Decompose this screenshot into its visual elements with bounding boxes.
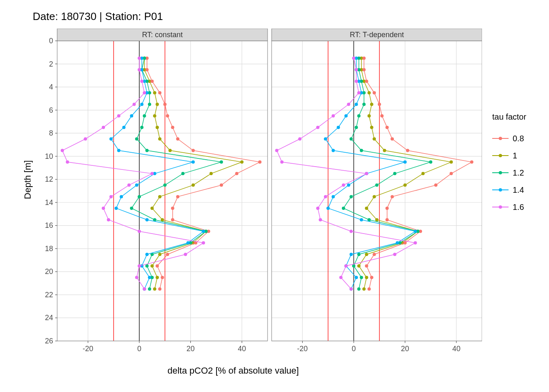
svg-point-125 xyxy=(135,276,138,279)
svg-point-49 xyxy=(171,126,174,129)
svg-point-61 xyxy=(156,264,159,267)
svg-point-179 xyxy=(357,264,361,267)
svg-point-47 xyxy=(163,102,167,106)
svg-point-212 xyxy=(429,160,432,164)
legend-label: 0.8 xyxy=(513,134,524,143)
svg-point-255 xyxy=(365,172,368,175)
svg-point-56 xyxy=(171,207,174,210)
svg-point-251 xyxy=(316,126,319,129)
svg-text:20: 20 xyxy=(45,267,53,276)
svg-point-165 xyxy=(370,102,373,106)
svg-text:RT: constant: RT: constant xyxy=(142,31,183,39)
svg-point-93 xyxy=(117,149,121,152)
svg-point-231 xyxy=(324,137,327,140)
svg-point-46 xyxy=(158,91,161,94)
svg-point-252 xyxy=(298,137,301,140)
legend-swatch xyxy=(492,155,509,156)
svg-text:RT: T-dependent: RT: T-dependent xyxy=(350,31,404,39)
svg-point-76 xyxy=(138,195,141,198)
svg-point-115 xyxy=(66,160,69,164)
svg-point-96 xyxy=(135,183,138,187)
svg-point-199 xyxy=(373,253,376,256)
svg-point-249 xyxy=(347,102,350,106)
svg-rect-139 xyxy=(272,41,482,341)
svg-text:2: 2 xyxy=(49,60,53,68)
svg-point-229 xyxy=(344,114,348,118)
svg-point-31 xyxy=(240,160,243,164)
legend-item: 1.6 xyxy=(492,198,526,216)
svg-point-29 xyxy=(158,137,161,140)
svg-point-183 xyxy=(362,68,366,71)
svg-point-90 xyxy=(130,114,133,118)
svg-point-191 xyxy=(470,160,473,164)
svg-point-221 xyxy=(352,264,355,267)
svg-point-171 xyxy=(422,172,425,175)
svg-point-196 xyxy=(386,218,389,221)
svg-point-193 xyxy=(434,183,437,187)
svg-point-213 xyxy=(393,172,396,175)
svg-point-82 xyxy=(145,264,149,267)
svg-point-89 xyxy=(140,102,143,106)
svg-point-195 xyxy=(386,207,389,210)
svg-point-119 xyxy=(102,207,105,210)
svg-text:0: 0 xyxy=(49,37,53,45)
svg-point-92 xyxy=(109,137,113,140)
svg-point-174 xyxy=(365,207,368,210)
svg-text:40: 40 xyxy=(238,345,246,353)
svg-point-34 xyxy=(158,195,161,198)
svg-point-209 xyxy=(355,126,358,129)
legend-label: 1.4 xyxy=(513,185,524,195)
svg-point-263 xyxy=(344,264,348,267)
svg-point-182 xyxy=(362,56,366,60)
svg-text:6: 6 xyxy=(49,106,53,114)
svg-point-188 xyxy=(386,126,389,129)
y-axis-label: Depth [m] xyxy=(22,160,33,199)
svg-point-52 xyxy=(258,160,261,164)
svg-rect-0 xyxy=(57,41,268,341)
svg-point-54 xyxy=(220,183,223,187)
svg-point-126 xyxy=(143,287,146,291)
svg-point-245 xyxy=(352,56,355,60)
svg-point-207 xyxy=(362,102,366,106)
svg-point-257 xyxy=(324,195,327,198)
svg-point-237 xyxy=(326,207,330,210)
svg-point-180 xyxy=(365,276,368,279)
svg-point-71 xyxy=(135,137,138,140)
svg-text:16: 16 xyxy=(45,221,53,229)
legend-swatch xyxy=(492,207,509,207)
svg-point-192 xyxy=(450,172,453,175)
svg-point-110 xyxy=(132,102,136,106)
legend-label: 1.6 xyxy=(513,203,524,212)
svg-text:18: 18 xyxy=(45,245,53,253)
svg-point-236 xyxy=(332,195,335,198)
svg-point-84 xyxy=(148,287,151,291)
svg-point-256 xyxy=(342,183,345,187)
svg-point-91 xyxy=(122,126,125,129)
svg-point-260 xyxy=(350,229,353,233)
svg-point-40 xyxy=(150,264,154,267)
legend-swatch xyxy=(492,189,509,190)
svg-point-108 xyxy=(140,80,143,83)
svg-point-41 xyxy=(156,276,159,279)
svg-point-50 xyxy=(176,137,179,140)
svg-point-164 xyxy=(368,91,371,94)
svg-point-175 xyxy=(375,218,379,221)
svg-point-57 xyxy=(171,218,174,221)
svg-point-189 xyxy=(391,137,394,140)
svg-text:20: 20 xyxy=(187,345,195,353)
svg-point-170 xyxy=(450,160,453,164)
svg-point-77 xyxy=(130,207,133,210)
svg-point-101 xyxy=(186,241,190,245)
svg-point-102 xyxy=(145,253,149,256)
svg-point-187 xyxy=(380,114,384,118)
svg-point-262 xyxy=(393,253,396,256)
svg-point-48 xyxy=(166,114,169,118)
svg-point-264 xyxy=(339,276,343,279)
legend-item: 1.2 xyxy=(492,164,526,181)
svg-point-36 xyxy=(161,218,164,221)
svg-point-39 xyxy=(158,253,161,256)
svg-point-215 xyxy=(350,195,353,198)
svg-point-32 xyxy=(210,172,213,175)
svg-point-247 xyxy=(355,80,358,83)
svg-point-261 xyxy=(414,241,417,245)
